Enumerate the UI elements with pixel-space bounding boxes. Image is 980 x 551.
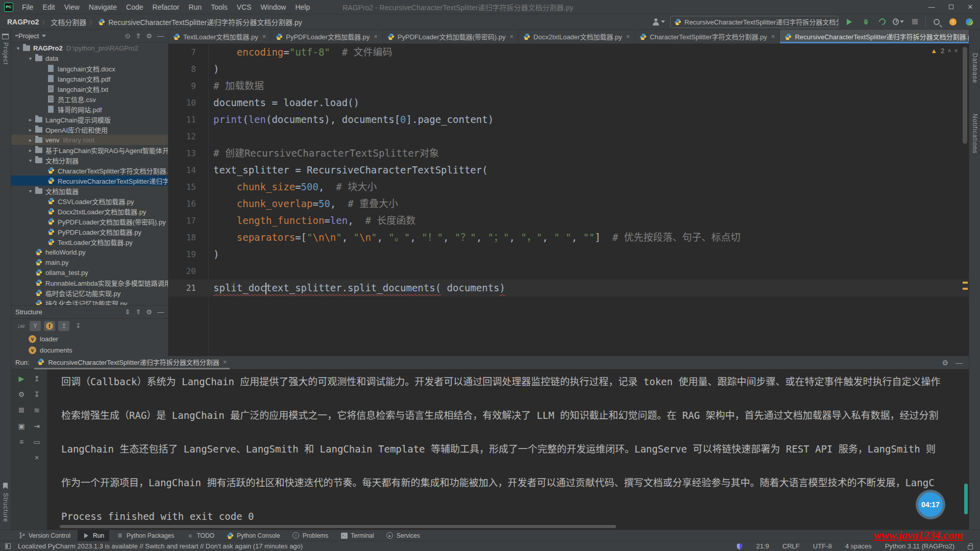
toolwindow-terminal[interactable]: ›_Terminal [335, 530, 379, 541]
tree-item[interactable]: ▸OpenAI库介绍和使用 [11, 124, 168, 135]
settings-gear-icon[interactable]: ⚙ [942, 359, 948, 367]
soft-wrap-icon[interactable]: ≋ [32, 405, 42, 415]
search-everywhere-button[interactable] [931, 16, 942, 28]
toolwindow-services[interactable]: ▸Services [381, 530, 425, 541]
hide-panel-icon[interactable]: — [157, 308, 164, 316]
code-line[interactable]: 9# 加载数据 [168, 78, 969, 94]
lock-icon[interactable] [968, 545, 973, 549]
tab-close-icon[interactable]: × [626, 33, 630, 40]
code-line[interactable]: 8) [168, 61, 969, 78]
code-editor[interactable]: 7 encoding="utf-8" # 文件编码8)9# 加载数据10docu… [168, 44, 969, 356]
code-line[interactable]: 14text_splitter = RecursiveCharacterText… [168, 162, 969, 179]
code-line[interactable]: 12 [168, 128, 969, 145]
notifications-stripe-label[interactable]: Notifications [971, 114, 978, 154]
run-console-output[interactable]: 回调（Callback）系统为 LangChain 应用提供了强大的可观测性和调… [47, 369, 969, 530]
hide-panel-icon[interactable]: — [157, 32, 164, 40]
code-with-me-icon[interactable] [964, 16, 975, 28]
code-line[interactable]: 13# 创建RecursiveCharacterTextSplitter对象 [168, 145, 969, 162]
editor-scrollbar[interactable] [963, 47, 967, 144]
tree-chevron-icon[interactable]: ▾ [27, 56, 34, 61]
editor-tab[interactable]: Docx2txtLoader文档加载器.py× [519, 30, 635, 43]
breadcrumb-file[interactable]: RecursiveCharacterTextSplitter递归字符拆分器文档分… [108, 17, 302, 27]
tree-item[interactable]: ▾RAGPro2D:\python_pro\RAGPro2 [11, 43, 168, 53]
tree-item[interactable]: langchain文档.docx [11, 63, 168, 73]
tree-chevron-icon[interactable]: ▾ [14, 45, 22, 51]
project-tool-icon[interactable] [2, 34, 9, 39]
code-line[interactable]: 10documents = loader.load() [168, 94, 969, 111]
debug-button[interactable] [860, 16, 871, 28]
status-item[interactable]: UTF-8 [813, 542, 832, 550]
code-line[interactable]: 11print(len(documents), documents[0].pag… [168, 111, 969, 128]
protection-shield-icon[interactable] [736, 543, 743, 550]
code-line[interactable]: 15 chunk_size=500, # 块大小 [168, 179, 969, 195]
tree-item[interactable]: ▸venvlibrary root [11, 135, 168, 145]
code-line[interactable]: 19) [168, 246, 969, 263]
status-item[interactable]: CRLF [782, 542, 800, 550]
run-configuration-select[interactable]: RecursiveCharacterTextSplitter递归字符拆分器文档分… [670, 16, 839, 28]
tree-item[interactable]: 临时会话记忆功能实现.py [11, 288, 168, 298]
editor-tab[interactable]: PyPDFLoader文档加载器(带密码).py× [383, 30, 519, 43]
menu-refactor[interactable]: Refactor [148, 0, 184, 14]
tree-chevron-icon[interactable]: ▸ [27, 117, 34, 122]
tree-item[interactable]: TextLoader文档加载器.py [11, 237, 168, 247]
toolwindow-problems[interactable]: !Problems [287, 530, 334, 541]
settings-icon[interactable]: ⚙ [16, 389, 27, 399]
run-tab[interactable]: RecursiveCharacterTextSplitter递归字符拆分器文档分… [34, 356, 230, 369]
editor-tab[interactable]: CharacterTextSplitter字符文档分割器.py× [635, 30, 780, 43]
inspection-widget[interactable]: ▲ 2 ˄ ˅ [930, 47, 958, 55]
tree-chevron-icon[interactable]: ▸ [27, 137, 34, 143]
close-icon[interactable]: × [223, 358, 227, 366]
breadcrumb-project[interactable]: RAGPro2 [7, 18, 39, 26]
tree-item[interactable]: langchain文档.txt [11, 84, 168, 94]
tree-chevron-icon[interactable]: ▸ [27, 127, 34, 133]
status-item[interactable]: 4 spaces [845, 542, 872, 550]
print-icon[interactable]: ▭ [32, 437, 42, 447]
run-button[interactable] [844, 16, 855, 28]
editor-tab[interactable]: RecursiveCharacterTextSplitter递归字符拆分器文档分… [780, 30, 969, 43]
update-available-icon[interactable]: ↑ [947, 16, 959, 28]
tree-item[interactable]: main.py [11, 257, 168, 267]
toolwindow-todo[interactable]: ≡TODO [181, 530, 219, 541]
tab-close-icon[interactable]: × [771, 33, 775, 40]
next-issue-icon[interactable]: ˅ [954, 48, 958, 54]
move-down-icon[interactable]: ↧ [72, 321, 84, 331]
menu-window[interactable]: Window [256, 0, 291, 14]
tree-item[interactable]: ▾文档加载器 [11, 186, 168, 196]
code-line[interactable]: 21split_doctext_splitter.split_documents… [168, 280, 969, 296]
coverage-button[interactable] [876, 16, 888, 28]
rerun-icon[interactable]: ▶ [16, 373, 27, 384]
breadcrumb-folder[interactable]: 文档分割器 [51, 17, 86, 27]
structure-stripe-label[interactable]: Structure [2, 493, 9, 522]
menu-vcs[interactable]: VCS [232, 0, 256, 14]
menu-file[interactable]: File [17, 0, 38, 14]
bookmarks-icon[interactable] [3, 483, 8, 489]
profiler-button[interactable] [893, 16, 904, 28]
code-line[interactable]: 18 separators=["\n\n", "\n", "。", "！", "… [168, 229, 969, 246]
status-item[interactable]: 21:9 [756, 542, 769, 550]
tree-chevron-icon[interactable]: ▾ [27, 188, 34, 194]
stop-icon[interactable] [16, 405, 27, 415]
expand-all-icon[interactable]: ⇕ [125, 308, 131, 316]
tree-item[interactable]: RecursiveCharacterTextSplitter递归字符拆分器文档分… [11, 176, 168, 186]
tree-item[interactable]: ollama_test.py [11, 267, 168, 278]
code-line[interactable]: 16 chunk_overlap=50, # 重叠大小 [168, 195, 969, 212]
settings-gear-icon[interactable]: ⚙ [146, 32, 152, 40]
toolwindow-python-packages[interactable]: ≣Python Packages [111, 530, 179, 541]
tree-item[interactable]: 锋哥的网站.pdf [11, 104, 168, 114]
close-button[interactable]: ✕ [961, 0, 980, 14]
editor-tab[interactable]: TextLoader文档加载器.py× [168, 30, 271, 43]
warning-stripe-mark[interactable] [963, 288, 968, 290]
menu-edit[interactable]: Edit [38, 0, 60, 14]
tab-close-icon[interactable]: × [374, 33, 378, 40]
chevron-down-icon[interactable] [42, 35, 46, 37]
collapse-all-icon[interactable]: ⇑ [135, 32, 141, 40]
tree-item[interactable]: ▾文档分割器 [11, 155, 168, 165]
project-stripe-label[interactable]: Project [2, 42, 9, 65]
code-line[interactable]: 20 [168, 263, 969, 280]
structure-item[interactable]: vdocuments [11, 344, 168, 356]
to-top-icon[interactable]: ↥ [32, 373, 42, 384]
collapse-all-icon[interactable]: ⇑ [135, 308, 141, 316]
console-vscrollbar[interactable] [964, 484, 968, 514]
tree-item[interactable]: ▾data [11, 53, 168, 63]
structure-panel-title[interactable]: Structure [15, 308, 42, 316]
